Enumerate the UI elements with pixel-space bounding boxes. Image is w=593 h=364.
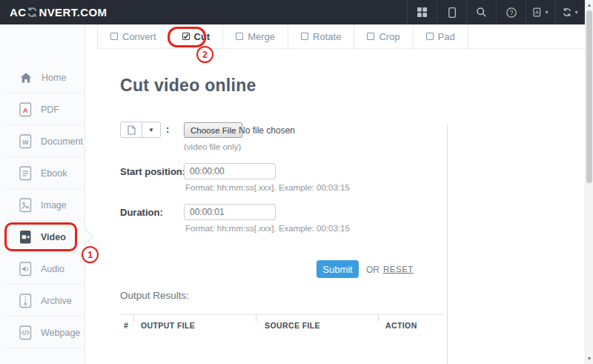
dropdown-caret-icon: ▾	[574, 9, 577, 16]
dropdown-caret-icon: ▾	[545, 9, 548, 16]
reset-link[interactable]: RESET	[383, 265, 414, 274]
unchecked-checkbox-icon	[236, 33, 243, 40]
page-scrollbar[interactable]: ▲ ▼	[585, 0, 593, 364]
tab-label: Merge	[248, 31, 275, 42]
svg-text:A: A	[535, 10, 539, 15]
unchecked-checkbox-icon	[426, 33, 434, 40]
apps-grid-icon	[417, 7, 427, 17]
translate-icon: A	[533, 7, 543, 17]
sidebar-item-ebook[interactable]: Ebook	[0, 157, 85, 189]
sidebar-item-home[interactable]: Home	[0, 62, 85, 93]
mobile-device-icon	[448, 7, 456, 18]
help-button[interactable]: ?	[496, 0, 526, 24]
sidebar-item-label: PDF	[41, 105, 59, 115]
tab-crop[interactable]: Crop	[354, 24, 412, 48]
start-position-label: Start position:	[120, 166, 185, 177]
webpage-code-icon	[19, 325, 32, 340]
scrollbar-thumb[interactable]	[586, 10, 592, 183]
column-divider	[256, 315, 256, 322]
home-icon	[19, 71, 33, 85]
sidebar-item-label: Document	[41, 136, 83, 147]
word-document-icon: W	[19, 134, 32, 149]
pdf-file-icon: A	[19, 102, 32, 117]
refresh-menu-button[interactable]: ▾	[555, 0, 585, 24]
archive-file-icon	[19, 294, 32, 308]
search-icon	[477, 7, 486, 17]
checked-checkbox-icon	[182, 33, 190, 40]
column-header-action: ACTION	[385, 321, 417, 330]
unchecked-checkbox-icon	[367, 33, 374, 40]
output-results-table-header: # OUTPUT FILE SOURCE FILE ACTION	[120, 314, 443, 337]
sidebar-item-label: Video	[41, 232, 66, 242]
choose-file-button[interactable]: Choose File	[184, 122, 242, 138]
annotation-step-2-number: 2	[202, 50, 208, 60]
unchecked-checkbox-icon	[301, 33, 308, 40]
sidebar-item-label: Webpage	[41, 328, 80, 338]
no-file-chosen-text: No file chosen	[239, 125, 295, 136]
image-file-icon	[19, 198, 32, 213]
file-page-icon	[127, 125, 136, 135]
sidebar-item-audio[interactable]: Audio	[0, 253, 85, 285]
scrollbar-down-arrow[interactable]: ▼	[586, 354, 593, 363]
tab-label: Cut	[194, 31, 211, 42]
page-title: Cut video online	[120, 76, 256, 96]
duration-label: Duration:	[120, 207, 163, 218]
help-icon: ?	[506, 7, 517, 18]
translate-menu-button[interactable]: A ▾	[526, 0, 555, 24]
scrollbar-up-arrow[interactable]: ▲	[586, 1, 593, 10]
sidebar-item-webpage[interactable]: Webpage	[0, 317, 85, 348]
sidebar-item-pdf[interactable]: A PDF	[0, 93, 85, 125]
file-source-split-button[interactable]: ▼	[120, 122, 161, 138]
submit-button[interactable]: Submit	[317, 260, 359, 278]
sidebar-item-document[interactable]: W Document	[0, 125, 85, 157]
content-right-divider	[447, 125, 448, 364]
sidebar-item-archive[interactable]: Archive	[0, 285, 85, 317]
local-file-button[interactable]	[121, 122, 142, 137]
ebook-icon	[19, 166, 32, 181]
sidebar-item-label: Home	[42, 73, 66, 83]
sidebar-item-label: Archive	[41, 296, 72, 306]
mobile-device-button[interactable]	[437, 0, 466, 24]
svg-text:W: W	[22, 138, 29, 145]
chevron-down-icon: ▼	[148, 127, 154, 133]
tab-cut[interactable]: Cut	[169, 24, 223, 48]
column-header-index: #	[124, 321, 128, 330]
file-source-dropdown[interactable]: ▼	[142, 122, 160, 137]
sidebar-item-image[interactable]: Image	[0, 189, 85, 221]
tab-rotate[interactable]: Rotate	[288, 24, 354, 48]
sidebar-item-label: Audio	[41, 264, 64, 274]
site-logo[interactable]: AC NVERT.COM	[10, 0, 107, 24]
tab-convert[interactable]: Convert	[97, 24, 169, 48]
unchecked-checkbox-icon	[110, 33, 118, 40]
category-sidebar: Home A PDF W Document Ebook	[0, 24, 85, 364]
audio-file-icon	[19, 262, 32, 277]
duration-input[interactable]	[184, 204, 276, 220]
sidebar-item-label: Ebook	[41, 168, 67, 179]
annotation-step-1-number: 1	[87, 250, 93, 260]
header-toolbar: ? A ▾ ▾	[407, 0, 585, 24]
search-button[interactable]	[466, 0, 496, 24]
logo-sync-icon	[27, 7, 38, 18]
or-text: OR	[366, 265, 380, 275]
sidebar-item-label: Image	[41, 200, 67, 211]
tab-merge[interactable]: Merge	[222, 24, 288, 48]
output-results-title: Output Results:	[120, 290, 189, 301]
tab-label: Pad	[438, 31, 455, 42]
tab-pad[interactable]: Pad	[413, 24, 468, 48]
video-file-icon	[19, 230, 32, 245]
refresh-icon	[562, 7, 572, 17]
tab-label: Rotate	[313, 31, 341, 42]
file-type-hint: (video file only)	[184, 142, 241, 151]
file-row-colon: :	[166, 124, 169, 135]
column-header-source-file: SOURCE FILE	[265, 321, 320, 330]
apps-grid-button[interactable]	[407, 0, 437, 24]
column-header-output-file: OUTPUT FILE	[141, 321, 195, 330]
tab-label: Convert	[122, 31, 156, 42]
logo-prefix: AC	[10, 6, 26, 19]
sidebar-item-video[interactable]: Video	[0, 221, 85, 253]
svg-text:A: A	[23, 106, 28, 113]
column-divider	[133, 315, 134, 322]
logo-suffix: NVERT.COM	[39, 6, 107, 19]
start-position-input[interactable]	[184, 163, 276, 179]
video-tools-tabbar: Convert Cut Merge Rotate Crop Pad	[97, 24, 585, 49]
